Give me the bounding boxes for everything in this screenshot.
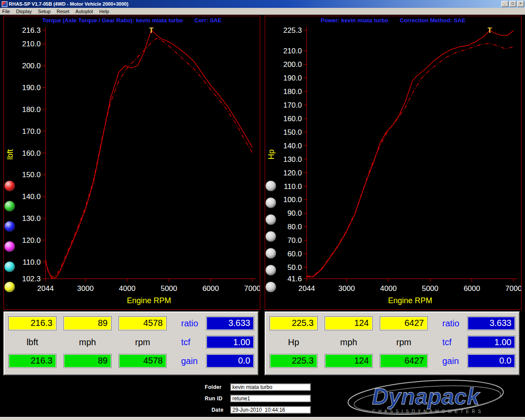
menu-item-setup[interactable]: Setup <box>35 9 54 14</box>
x-tick-label: 2044 <box>37 284 54 293</box>
power-cursor-value-box: 225.3 <box>270 354 317 368</box>
torque-trace-button-4[interactable] <box>4 242 15 252</box>
y-axis-title: lbft <box>6 149 14 160</box>
power-trace-button-6[interactable] <box>266 265 276 276</box>
y-tick-label: 225.3 <box>283 26 302 35</box>
power-trace-button-1[interactable] <box>266 181 276 191</box>
x-axis-title: Engine RPM <box>127 296 171 305</box>
dynapack-logo: Dynapack C H A S S I S D Y N A M O M E T… <box>346 378 506 418</box>
y-tick-label: 110.0 <box>284 182 302 191</box>
x-tick-label: 5000 <box>422 284 438 293</box>
run-id-label: Run ID <box>205 396 230 402</box>
y-tick-label: 120.0 <box>283 169 302 177</box>
y-tick-label: 110.0 <box>23 258 41 266</box>
minimize-button[interactable]: _ <box>501 1 508 7</box>
power-trace-button-4[interactable] <box>266 231 276 242</box>
titlebar: RHAS-SP V1.7-05B (4WD - Motor Vehicle 20… <box>0 0 525 8</box>
window-title: RHAS-SP V1.7-05B (4WD - Motor Vehicle 20… <box>9 1 501 7</box>
torque-trace-button-3[interactable] <box>4 221 15 231</box>
torque-plot: 216.3210.0200.0190.0180.0170.0160.0150.0… <box>4 16 260 309</box>
y-axis-title: Hp <box>267 149 276 159</box>
ratio-value-box: 3.633 <box>206 317 254 330</box>
y-tick-label: 50.0 <box>287 263 302 272</box>
torque-peak-speed-box: 89 <box>64 317 111 330</box>
speed-unit-label: mph <box>325 337 372 347</box>
y-tick-label: 160.0 <box>22 149 41 158</box>
power-cursor-speed-box: 124 <box>325 354 372 368</box>
app-icon <box>2 1 7 7</box>
power-peak-value-box: 225.3 <box>270 317 317 330</box>
y-tick-label: 210.0 <box>283 47 302 55</box>
window-bottom-edge <box>0 417 525 420</box>
torque-peak-value-box: 216.3 <box>9 317 56 330</box>
torque-unit-label: lbft <box>9 337 56 347</box>
menu-item-file[interactable]: File <box>0 9 13 14</box>
torque-trace-button-5[interactable] <box>4 262 15 272</box>
folder-input[interactable] <box>230 383 311 391</box>
ratio-label: ratio <box>441 318 468 329</box>
power-current-run-curve <box>307 30 514 277</box>
y-tick-label: 150.0 <box>22 171 41 179</box>
power-trace-button-7[interactable] <box>266 282 276 292</box>
torque-readout-panel: 216.3 89 4578 ratio 3.633 lbft mph rpm t… <box>4 312 259 375</box>
gain-value-box: 0.0 <box>468 354 515 368</box>
torque-reference-run-curve <box>46 38 252 277</box>
tcf-label: tcf <box>441 337 468 347</box>
tcf-value-box: 1.00 <box>468 336 515 348</box>
power-trace-button-3[interactable] <box>266 214 276 225</box>
run-info-form: Folder Run ID Date <box>205 383 311 417</box>
torque-cursor-speed-box: 89 <box>64 354 111 368</box>
x-tick-label: 2044 <box>298 284 315 293</box>
power-correction-label: Correction Method: SAE <box>400 17 466 24</box>
power-chart-header: Power: kevin miata turbo Correction Meth… <box>265 17 521 24</box>
torque-cursor-value-box: 216.3 <box>9 354 56 368</box>
power-reference-run-curve <box>307 43 514 276</box>
y-tick-label: 100.0 <box>283 196 302 204</box>
y-tick-label: 140.0 <box>283 142 302 150</box>
x-tick-label: 3000 <box>77 284 94 293</box>
menu-item-help[interactable]: Help <box>96 9 112 14</box>
app-window: RHAS-SP V1.7-05B (4WD - Motor Vehicle 20… <box>0 0 525 420</box>
power-unit-label: Hp <box>270 337 317 347</box>
power-chart-panel: Power: kevin miata turbo Correction Meth… <box>265 16 522 310</box>
menu-item-display[interactable]: Display <box>13 9 35 14</box>
y-tick-label: 190.0 <box>22 84 41 92</box>
date-input[interactable] <box>230 406 311 413</box>
power-cursor-rpm-box: 6427 <box>380 354 427 368</box>
x-tick-label: 5000 <box>161 284 177 293</box>
torque-trace-button-6[interactable] <box>4 282 15 292</box>
run-id-input[interactable] <box>230 395 311 402</box>
x-tick-label: 6000 <box>464 284 480 293</box>
power-readout-panel: 225.3 124 6427 ratio 3.633 Hp mph rpm tc… <box>265 312 520 375</box>
torque-current-run-curve <box>46 30 252 279</box>
x-tick-label: 7000 <box>244 284 260 293</box>
maximize-button[interactable]: □ <box>509 1 516 7</box>
power-plot: 225.3210.0200.0190.0180.0170.0160.0150.0… <box>265 16 521 309</box>
torque-chart-header: Torque (Axle Torque / Gear Ratio): kevin… <box>4 17 260 24</box>
y-tick-label: 200.0 <box>22 62 41 70</box>
menu-item-reset[interactable]: Reset <box>54 9 73 14</box>
torque-trace-button-1[interactable] <box>4 181 15 191</box>
tcf-label: tcf <box>179 337 206 347</box>
torque-chart-title: Torque (Axle Torque / Gear Ratio): kevin… <box>42 17 183 24</box>
ratio-value-box: 3.633 <box>468 317 515 330</box>
y-tick-label: 160.0 <box>283 115 302 123</box>
x-tick-label: 6000 <box>203 284 219 293</box>
y-tick-label: 102.3 <box>22 275 41 283</box>
torque-peak-rpm-box: 4578 <box>119 317 166 330</box>
torque-trace-button-2[interactable] <box>4 201 15 211</box>
tcf-value-box: 1.00 <box>206 336 254 348</box>
y-tick-label: 80.0 <box>287 223 302 231</box>
y-tick-label: 200.0 <box>283 60 302 69</box>
y-tick-label: 60.0 <box>287 250 302 258</box>
x-tick-label: 7000 <box>505 284 521 293</box>
close-button[interactable]: ✕ <box>517 1 524 7</box>
gain-label: gain <box>179 356 206 366</box>
power-peak-speed-box: 124 <box>325 317 372 330</box>
peak-marker: T <box>487 27 492 34</box>
gain-value-box: 0.0 <box>206 354 254 368</box>
menu-item-autoplot[interactable]: Autoplot <box>72 9 96 14</box>
power-trace-button-2[interactable] <box>266 198 276 208</box>
date-label: Date <box>205 407 230 413</box>
power-trace-button-5[interactable] <box>266 248 276 259</box>
